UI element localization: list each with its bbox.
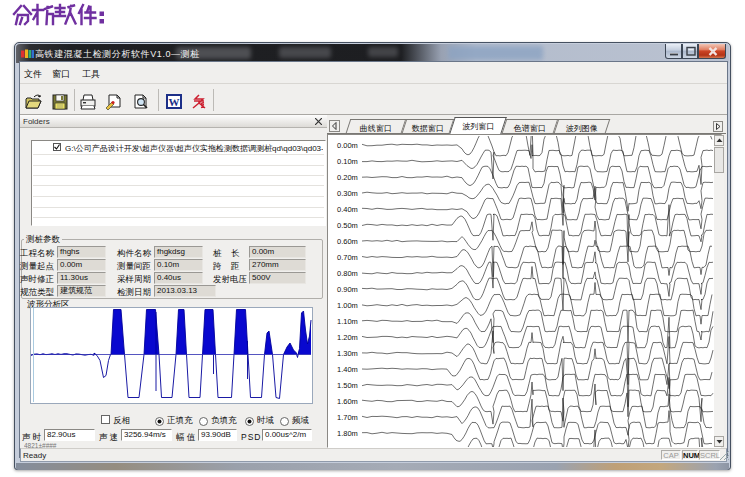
svg-text:0.30m: 0.30m — [337, 189, 358, 198]
svg-text:0.00m: 0.00m — [337, 141, 358, 150]
svg-text:1.50m: 1.50m — [337, 381, 358, 390]
svg-text:0.20m: 0.20m — [337, 173, 358, 182]
svg-text:1.60m: 1.60m — [337, 397, 358, 406]
svg-text:1.20m: 1.20m — [337, 333, 358, 342]
svg-text:1.40m: 1.40m — [337, 365, 358, 374]
svg-text:0.80m: 0.80m — [337, 269, 358, 278]
svg-text:1.70m: 1.70m — [337, 413, 358, 422]
svg-text:0.90m: 0.90m — [337, 285, 358, 294]
svg-text:0.50m: 0.50m — [337, 221, 358, 230]
svg-text:0.10m: 0.10m — [337, 157, 358, 166]
svg-text:1.00m: 1.00m — [337, 301, 358, 310]
svg-text:1.10m: 1.10m — [337, 317, 358, 326]
svg-text:1.30m: 1.30m — [337, 349, 358, 358]
svg-text:0.70m: 0.70m — [337, 253, 358, 262]
svg-text:1.80m: 1.80m — [337, 429, 358, 438]
svg-text:0.60m: 0.60m — [337, 237, 358, 246]
svg-text:0.40m: 0.40m — [337, 205, 358, 214]
